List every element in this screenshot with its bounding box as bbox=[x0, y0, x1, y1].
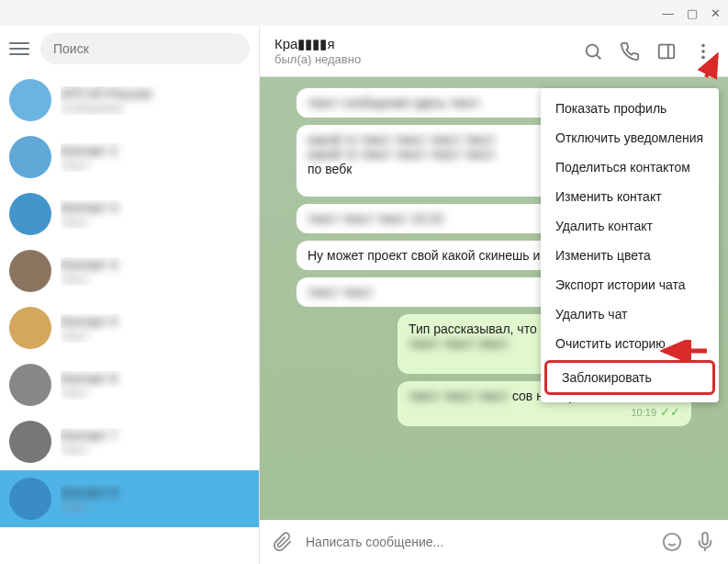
menu-export-history[interactable]: Экспорт истории чата bbox=[541, 270, 719, 299]
search-input[interactable] bbox=[40, 33, 250, 64]
svg-point-6 bbox=[701, 55, 705, 59]
chat-item[interactable]: Контакт 6текст bbox=[0, 356, 259, 413]
avatar bbox=[9, 421, 51, 463]
sidebar-panel-icon[interactable] bbox=[656, 41, 677, 62]
avatar bbox=[9, 193, 51, 235]
composer bbox=[260, 520, 728, 564]
minimize-button[interactable]: — bbox=[662, 6, 674, 20]
maximize-button[interactable]: ▢ bbox=[687, 6, 698, 20]
menu-show-profile[interactable]: Показать профиль bbox=[541, 94, 719, 123]
avatar bbox=[9, 478, 51, 520]
chat-item[interactable]: Контакт 7текст bbox=[0, 413, 259, 470]
context-menu: Показать профиль Отключить уведомления П… bbox=[541, 88, 719, 402]
svg-point-7 bbox=[664, 534, 680, 550]
avatar bbox=[9, 136, 51, 178]
chat-item[interactable]: Контакт 3текст bbox=[0, 186, 259, 243]
menu-mute[interactable]: Отключить уведомления bbox=[541, 123, 719, 152]
search-icon[interactable] bbox=[583, 41, 603, 62]
chat-item[interactable]: Контакт 5текст bbox=[0, 299, 259, 356]
more-icon[interactable] bbox=[693, 41, 713, 62]
chat-item[interactable]: Контакт 4текст bbox=[0, 243, 259, 299]
chat-item[interactable]: Контакт 2текст bbox=[0, 129, 259, 186]
chat-status: был(а) недавно bbox=[274, 52, 583, 66]
menu-clear-history[interactable]: Очистить историю bbox=[541, 329, 719, 358]
attach-icon[interactable] bbox=[273, 532, 293, 552]
close-button[interactable]: ✕ bbox=[711, 6, 721, 20]
avatar bbox=[9, 250, 51, 292]
sidebar: АТП КП Россиясообщение Контакт 2текст Ко… bbox=[0, 26, 260, 564]
svg-point-4 bbox=[701, 43, 705, 47]
hamburger-menu-icon[interactable] bbox=[9, 39, 29, 59]
menu-share-contact[interactable]: Поделиться контактом bbox=[541, 152, 719, 182]
menu-block[interactable]: Заблокировать bbox=[547, 363, 712, 392]
window-titlebar: — ▢ ✕ bbox=[0, 0, 728, 26]
message-input[interactable] bbox=[306, 535, 649, 549]
emoji-icon[interactable] bbox=[662, 532, 682, 552]
chat-list: АТП КП Россиясообщение Контакт 2текст Ко… bbox=[0, 72, 259, 564]
read-checks-icon: ✓✓ bbox=[660, 405, 680, 419]
chat-title: Кра▮▮▮▮я bbox=[274, 36, 583, 52]
avatar bbox=[9, 307, 51, 349]
microphone-icon[interactable] bbox=[695, 532, 715, 552]
svg-point-5 bbox=[701, 50, 705, 53]
avatar bbox=[9, 79, 51, 121]
avatar bbox=[9, 364, 51, 406]
svg-rect-2 bbox=[659, 44, 675, 58]
svg-point-0 bbox=[587, 44, 599, 56]
call-icon[interactable] bbox=[620, 41, 640, 62]
chat-header: Кра▮▮▮▮я был(а) недавно bbox=[260, 26, 728, 77]
menu-edit-contact[interactable]: Изменить контакт bbox=[541, 182, 719, 211]
menu-delete-chat[interactable]: Удалить чат bbox=[541, 299, 719, 329]
menu-delete-contact[interactable]: Удалить контакт bbox=[541, 211, 719, 241]
chat-item[interactable]: АТП КП Россиясообщение bbox=[0, 72, 259, 129]
menu-change-colors[interactable]: Изменить цвета bbox=[541, 241, 719, 270]
svg-line-1 bbox=[597, 54, 601, 59]
chat-item[interactable]: Контакт 8текст bbox=[0, 470, 259, 527]
chat-main: Кра▮▮▮▮я был(а) недавно текст сообщения … bbox=[260, 26, 728, 564]
